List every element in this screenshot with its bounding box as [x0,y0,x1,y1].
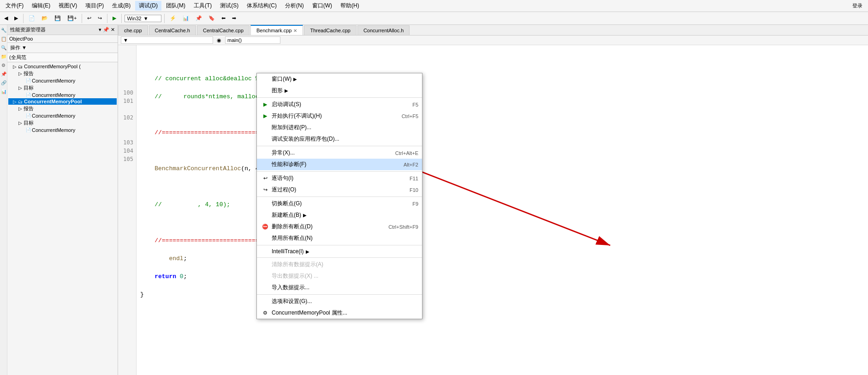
menu-test[interactable]: 测试(S) [216,1,242,11]
menu-exceptions-shortcut: Ctrl+Alt+E [386,150,418,156]
toolbar-forward[interactable]: ▶ [12,14,20,23]
menu-start-debug-shortcut: F5 [403,102,418,107]
toolbar-extra5[interactable]: ⬅ [219,14,228,23]
side-icon-3[interactable]: 🔍 [0,44,7,51]
side-icon-8[interactable]: 📊 [0,88,7,95]
menu-debug[interactable]: 调试(D) [135,1,161,11]
toolbar-new[interactable]: 📄 [26,14,37,23]
menu-disable-bp-label: 禁用所有断点(N) [272,234,313,242]
tree-expand-2[interactable]: ▷ [18,71,22,76]
side-icon-6[interactable]: 📌 [0,71,7,77]
menu-attach-process[interactable]: 附加到进程(P)... [257,122,422,133]
tree-item-4[interactable]: ▷ 目标 [8,84,117,92]
side-icon-7[interactable]: 🔗 [0,79,7,86]
menu-install-pkg[interactable]: 调试安装的应用程序包(D)... [257,133,422,145]
menu-exceptions[interactable]: 异常(X)... Ctrl+Alt+E [257,147,422,159]
new-bp-arrow: ▶ [303,213,307,218]
toolbar: ◀ ▶ 📄 📂 💾 💾+ ↩ ↪ ▶ Win32 ▼ ⚡ 📊 📌 🔖 ⬅ ➡ [0,12,868,25]
tree-item-7[interactable]: ▷ 报告 [8,105,117,113]
tree-expand-6[interactable]: ▷ [13,99,17,104]
sidebar-header: 性能资源管理器 ▾ 📌 ✕ [7,25,118,35]
menu-export-hints[interactable]: 导出数据提示(X) ... [257,270,422,282]
side-icon-1[interactable]: 🔧 [0,27,7,34]
menu-clear-hints[interactable]: 清除所有数据提示(A) [257,259,422,270]
menu-sep-7 [257,294,422,295]
menu-perf-diag[interactable]: 性能和诊断(F) Alt+F2 [257,159,422,170]
side-icon-4[interactable]: 📁 [0,53,7,60]
menu-graphics-item[interactable]: 图形 ▶ [257,85,422,96]
function-dropdown[interactable]: main() [225,36,280,44]
menu-perf-diag-label: 性能和诊断(F) [272,161,306,168]
sep3 [107,14,107,23]
tree-expand-4[interactable]: ▷ [18,85,22,90]
tab-benchmark-close[interactable]: ✕ [293,28,297,33]
menu-import-hints[interactable]: 导入数据提示... [257,282,422,293]
tree-expand-7[interactable]: ▷ [18,106,22,111]
menu-analyze[interactable]: 分析(N) [281,1,308,11]
actions-dropdown[interactable]: 操作 ▼ [10,45,27,50]
tab-che[interactable]: che.cpp [118,25,148,35]
menu-team[interactable]: 团队(M) [162,1,189,11]
menu-del-all-bp[interactable]: ⛔ 删除所有断点(D) Ctrl+Shift+F9 [257,221,422,232]
tree-item-3[interactable]: 📄 ConcurrentMemory [8,77,117,84]
tree-item-8[interactable]: 📄 ConcurrentMemory [8,113,117,119]
platform-selector[interactable]: Win32 ▼ [125,15,161,22]
tab-centralcache-h[interactable]: CentralCache.h [149,25,196,35]
tree-item-1[interactable]: ▷ 🗂 ConcurrentMemoryPool ( [8,63,117,70]
menu-build[interactable]: 生成(B) [108,1,134,11]
side-icon-2[interactable]: 📋 [0,36,7,42]
toolbar-run[interactable]: ▶ [110,14,119,23]
del-all-bp-icon: ⛔ [261,224,270,230]
login-button[interactable]: 登录 [849,1,866,10]
menu-window[interactable]: 窗口(W) [309,1,336,11]
tree-expand-9[interactable]: ▷ [18,120,22,125]
sidebar-title: 性能资源管理器 [10,26,46,33]
menu-import-hints-label: 导入数据提示... [272,284,309,292]
code-lines[interactable]: // concurrent alloc&dealloc %u次, 总计花费: %… [137,45,868,375]
menu-step-into[interactable]: ↩ 逐语句(I) F11 [257,173,422,184]
toolbar-extra4[interactable]: 🔖 [206,14,217,23]
tree-item-5[interactable]: 📄 ConcurrentMemory [8,92,117,98]
tab-threadcache[interactable]: ThreadCache.cpp [304,25,356,35]
toolbar-extra6[interactable]: ➡ [230,14,238,23]
menu-options[interactable]: 选项和设置(G)... [257,296,422,307]
toolbar-extra3[interactable]: 📌 [193,14,204,23]
tab-concurrentalloc[interactable]: ConcurrentAlloc.h [357,25,410,35]
menu-step-over[interactable]: ↪ 逐过程(O) F10 [257,184,422,196]
toolbar-redo[interactable]: ↪ [95,14,104,23]
toolbar-extra2[interactable]: 📊 [180,14,191,23]
tab-centralcache-cpp[interactable]: CentralCache.cpp [197,25,250,35]
toolbar-back[interactable]: ◀ [2,14,10,23]
tab-benchmark[interactable]: Benchmark.cpp ✕ [250,25,303,35]
toolbar-open[interactable]: 📂 [39,14,50,23]
tree-item-9[interactable]: ▷ 目标 [8,119,117,127]
toolbar-save2[interactable]: 💾+ [65,14,79,23]
tree-item-2[interactable]: ▷ 报告 [8,70,117,77]
toolbar-save[interactable]: 💾 [52,14,63,23]
menu-file[interactable]: 文件(F) [2,1,27,11]
menu-help[interactable]: 帮助(H) [337,1,363,11]
toolbar-undo[interactable]: ↩ [85,14,94,23]
side-icon-5[interactable]: ⚙ [0,62,6,69]
toolbar-extra1[interactable]: ⚡ [167,14,178,23]
menu-tools[interactable]: 工具(T) [190,1,215,11]
menu-start-nodebug-shortcut: Ctrl+F5 [392,113,418,119]
menu-project[interactable]: 项目(P) [82,1,107,11]
menu-start-debug[interactable]: ▶ 启动调试(S) F5 [257,99,422,110]
tree-expand-1[interactable]: ▷ [13,64,17,69]
menu-arch[interactable]: 体系结构(C) [243,1,280,11]
code-scope-dropdown[interactable]: ▼ [121,36,213,44]
menu-start-nodebug[interactable]: ▶ 开始执行(不调试)(H) Ctrl+F5 [257,110,422,122]
tree-item-6[interactable]: ▷ 🗂 ConcurrentMemoryPool [8,98,117,105]
menu-intellitrace[interactable]: IntelliTrace(I) ▶ [257,246,422,256]
menu-cmp-props[interactable]: ⚙ ConcurrentMemoryPool 属性... [257,307,422,319]
menu-view[interactable]: 视图(V) [55,1,81,11]
menu-edit[interactable]: 编辑(E) [28,1,54,11]
main-layout: 🔧 📋 🔍 📁 ⚙ 📌 🔗 📊 性能资源管理器 ▾ 📌 ✕ ObjectPoo … [0,25,868,375]
tree-label-3: ConcurrentMemory [32,78,75,83]
menu-window-item[interactable]: 窗口(W) ▶ [257,73,422,85]
tree-item-10[interactable]: 📄 ConcurrentMemory [8,127,117,133]
menu-new-bp[interactable]: 新建断点(B) ▶ [257,209,422,221]
menu-disable-bp[interactable]: 禁用所有断点(N) [257,232,422,244]
menu-toggle-bp[interactable]: 切换断点(G) F9 [257,198,422,209]
